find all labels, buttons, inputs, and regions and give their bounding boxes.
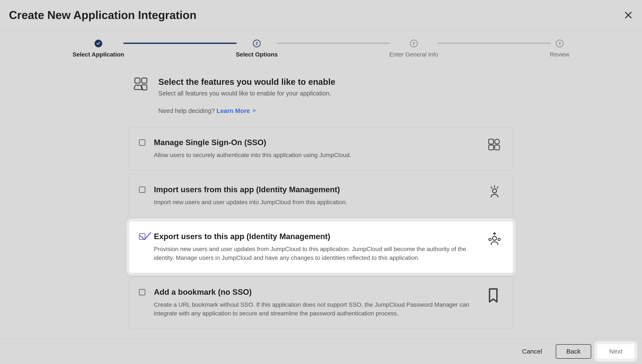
- step-label: Select Options: [236, 51, 278, 58]
- export-users-icon: [488, 232, 501, 246]
- step-line: [437, 42, 551, 44]
- intro-subheading: Select all features you would like to en…: [158, 89, 335, 98]
- option-desc: Import new users and user updates into J…: [154, 198, 479, 207]
- option-title: Import users from this app (Identity Man…: [154, 185, 479, 194]
- option-card-bookmark[interactable]: Add a bookmark (no SSO) Create a URL boo…: [129, 277, 513, 328]
- step-circle: 4: [556, 40, 563, 47]
- svg-point-12: [498, 238, 500, 241]
- step-circle: 3: [410, 40, 418, 47]
- step-select-options: 2 Select Options: [236, 40, 278, 58]
- import-users-icon: [488, 185, 501, 199]
- close-icon: [624, 11, 632, 20]
- step-select-application: Select Application: [73, 40, 124, 58]
- step-label: Enter General Info: [389, 51, 438, 58]
- svg-rect-2: [135, 78, 140, 83]
- cancel-button[interactable]: Cancel: [514, 344, 550, 359]
- option-desc: Allow users to securely authenticate int…: [154, 151, 479, 160]
- step-label: Review: [550, 51, 569, 58]
- modal-header: Create New Application Integration: [0, 0, 642, 30]
- option-body: Import users from this app (Identity Man…: [154, 185, 479, 207]
- checkbox-checked[interactable]: [139, 233, 145, 240]
- svg-rect-8: [495, 145, 500, 150]
- sso-icon: [488, 138, 501, 152]
- help-prefix: Need help deciding?: [158, 108, 217, 114]
- option-desc: Provision new users and user updates fro…: [154, 245, 479, 262]
- back-button[interactable]: Back: [556, 344, 591, 359]
- checkbox[interactable]: [139, 289, 145, 296]
- step-circle-completed: [95, 40, 102, 47]
- learn-more-label: Learn More: [217, 106, 250, 115]
- svg-point-10: [493, 236, 497, 240]
- option-title: Manage Single Sign-On (SSO): [154, 138, 479, 147]
- option-card-import-users[interactable]: Import users from this app (Identity Man…: [129, 174, 513, 218]
- step-line: [123, 42, 237, 44]
- stepper: Select Application 2 Select Options 3 En…: [0, 30, 642, 58]
- option-title: Add a bookmark (no SSO): [154, 288, 479, 297]
- intro-text: Select the features you would like to en…: [158, 77, 335, 115]
- svg-rect-3: [142, 78, 147, 83]
- modal-title: Create New Application Integration: [9, 8, 196, 22]
- close-button[interactable]: [624, 10, 633, 20]
- apps-cloud-icon: [134, 77, 151, 115]
- option-card-export-users[interactable]: Export users to this app (Identity Manag…: [129, 221, 513, 273]
- next-button[interactable]: Next: [597, 344, 634, 359]
- svg-rect-7: [489, 145, 494, 150]
- step-label: Select Application: [73, 51, 124, 58]
- step-enter-general-info: 3 Enter General Info: [389, 40, 438, 58]
- check-icon: [96, 41, 101, 46]
- content-area: Select the features you would like to en…: [0, 58, 642, 333]
- step-line: [277, 42, 390, 44]
- step-circle-current: 2: [253, 40, 261, 47]
- svg-rect-6: [495, 139, 500, 144]
- checkbox[interactable]: [139, 140, 145, 146]
- option-title: Export users to this app (Identity Manag…: [154, 232, 479, 241]
- svg-point-9: [493, 189, 497, 193]
- bookmark-icon: [488, 288, 501, 301]
- intro-section: Select the features you would like to en…: [129, 77, 513, 127]
- option-card-sso[interactable]: Manage Single Sign-On (SSO) Allow users …: [129, 127, 513, 170]
- option-body: Add a bookmark (no SSO) Create a URL boo…: [154, 288, 479, 318]
- step-review: 4 Review: [550, 40, 569, 58]
- intro-heading: Select the features you would like to en…: [158, 77, 335, 87]
- svg-point-11: [489, 238, 491, 241]
- footer: Cancel Back Next: [0, 338, 642, 364]
- svg-rect-5: [489, 139, 494, 144]
- external-link-icon: [252, 108, 256, 113]
- option-desc: Create a URL bookmark without SSO. If th…: [154, 300, 479, 318]
- checkbox[interactable]: [139, 186, 145, 193]
- learn-more-link[interactable]: Learn More: [217, 106, 256, 115]
- option-body: Manage Single Sign-On (SSO) Allow users …: [154, 138, 479, 160]
- option-body: Export users to this app (Identity Manag…: [154, 232, 479, 262]
- help-row: Need help deciding? Learn More: [158, 106, 335, 115]
